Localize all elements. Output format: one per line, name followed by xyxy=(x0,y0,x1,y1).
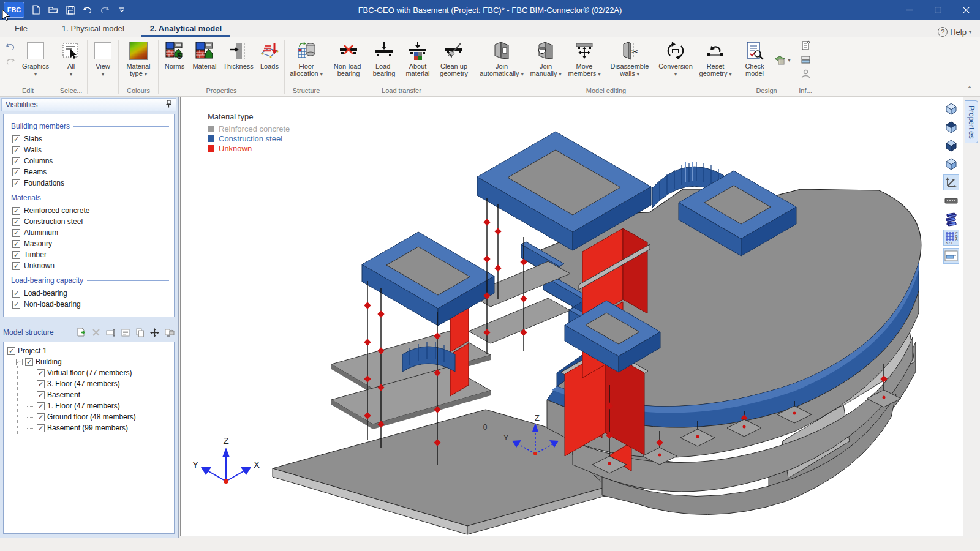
new-document-icon[interactable] xyxy=(31,4,42,15)
loads-button[interactable]: Loads xyxy=(257,39,282,72)
checkbox-checked: ✓ xyxy=(25,358,33,366)
material-type-button[interactable]: Material type ▾ xyxy=(121,39,156,80)
axis-x-label: X xyxy=(254,459,260,470)
axes-display-icon[interactable] xyxy=(943,174,959,190)
storeys-icon[interactable] xyxy=(943,211,959,227)
properties-tab-label: Properties xyxy=(967,105,976,139)
ruler-icon[interactable] xyxy=(943,193,959,209)
join-automatically-icon xyxy=(491,40,512,61)
view-button[interactable]: View▾ xyxy=(89,39,116,80)
open-folder-icon[interactable] xyxy=(48,4,59,15)
about-material-button[interactable]: About material xyxy=(401,39,434,79)
minimize-button[interactable] xyxy=(895,0,924,20)
conversion-icon xyxy=(665,40,686,61)
cube-solid-icon[interactable] xyxy=(943,156,959,172)
tree-item-basement-2[interactable]: ✓Basement (99 members) xyxy=(6,422,172,433)
checkbox-checked: ✓ xyxy=(12,240,20,248)
material-button[interactable]: Material xyxy=(189,39,220,72)
add-item-icon[interactable] xyxy=(76,328,86,337)
redo-small-icon[interactable] xyxy=(4,56,17,67)
undo-small-icon[interactable] xyxy=(4,41,17,52)
norms-button[interactable]: $ Norms xyxy=(160,39,189,72)
model-viewport[interactable]: Z Y X Z Y 0 Material type xyxy=(180,97,963,536)
layers-icon[interactable] xyxy=(799,54,812,65)
disassemble-walls-button[interactable]: ✂ Disassemble walls ▾ xyxy=(604,39,655,80)
join-automatically-button[interactable]: Join automatically ▾ xyxy=(477,39,526,80)
tab-analytical-model[interactable]: 2. Analytical model xyxy=(140,21,232,37)
visibility-non-load-bearing[interactable]: ✓Non-load-bearing xyxy=(12,299,169,310)
visibility-reinforced-concrete[interactable]: ✓Reinforced concrete xyxy=(12,205,169,216)
grid-axes-icon[interactable]: CBA3 2 1 xyxy=(943,230,959,246)
visibility-load-bearing[interactable]: ✓Load-bearing xyxy=(12,288,169,299)
maximize-button[interactable] xyxy=(924,0,952,20)
tab-physical-model[interactable]: 1. Physical model xyxy=(52,21,134,37)
protocol-icon[interactable] xyxy=(799,40,812,51)
tab-file[interactable]: File xyxy=(5,21,37,37)
visibility-unknown[interactable]: ✓Unknown xyxy=(12,260,169,271)
visibility-aluminium[interactable]: ✓Aluminium xyxy=(12,227,169,238)
note-icon[interactable] xyxy=(120,328,130,337)
close-button[interactable] xyxy=(952,0,980,20)
checkbox-checked: ✓ xyxy=(37,380,45,388)
visibility-beams[interactable]: ✓Beams xyxy=(12,167,169,178)
tree-item-building[interactable]: − ✓Building xyxy=(6,356,172,367)
non-load-bearing-icon xyxy=(338,40,359,61)
left-dock: Visibilities Building members ✓Slabs ✓Wa… xyxy=(0,97,179,538)
properties-panel-tab[interactable]: Properties xyxy=(965,100,978,143)
tree-item-floor-1[interactable]: ✓1. Floor (47 members) xyxy=(6,400,172,411)
visibility-foundations[interactable]: ✓Foundations xyxy=(12,178,169,189)
visibility-slabs[interactable]: ✓Slabs xyxy=(12,133,169,144)
visibility-columns[interactable]: ✓Columns xyxy=(12,156,169,167)
move-members-button[interactable]: Move members ▾ xyxy=(565,39,603,80)
cube-wireframe-icon[interactable] xyxy=(943,101,959,117)
load-bearing-button[interactable]: Load-bearing xyxy=(368,39,401,79)
norms-icon: $ xyxy=(164,40,185,61)
customize-caret-icon[interactable] xyxy=(116,4,127,15)
non-load-bearing-button[interactable]: Non-load-bearing xyxy=(330,39,367,79)
pin-icon[interactable] xyxy=(165,100,172,110)
visibility-walls[interactable]: ✓Walls xyxy=(12,144,169,156)
tree-item-ground-floor[interactable]: ✓Ground floor (48 members) xyxy=(6,411,172,422)
transfer-icon[interactable] xyxy=(164,328,175,337)
join-manually-button[interactable]: Join manually ▾ xyxy=(527,39,565,80)
help-menu[interactable]: ? Help ▾ xyxy=(938,27,980,37)
visibility-masonry[interactable]: ✓Masonry xyxy=(12,238,169,249)
group-label-edit: Edit xyxy=(1,86,55,96)
visibility-timber[interactable]: ✓Timber xyxy=(12,249,169,260)
move-icon[interactable] xyxy=(149,328,160,337)
select-all-button[interactable]: All▾ xyxy=(57,39,85,80)
redo-icon[interactable] xyxy=(99,4,110,15)
menu-tab-bar: File 1. Physical model 2. Analytical mod… xyxy=(0,20,980,37)
save-icon[interactable] xyxy=(65,4,76,15)
tree-item-basement-1[interactable]: ✓Basement xyxy=(6,389,172,400)
check-model-button[interactable]: Check model xyxy=(739,39,770,79)
cube-shaded-icon[interactable] xyxy=(943,138,959,154)
graphics-button[interactable]: Graphics▾ xyxy=(18,39,53,80)
user-icon[interactable] xyxy=(799,68,812,79)
rename-icon[interactable] xyxy=(105,328,116,337)
checkbox-checked: ✓ xyxy=(12,146,20,154)
floor-allocation-button[interactable]: Floor allocation ▾ xyxy=(287,39,326,80)
conversion-button[interactable]: Conversion▾ xyxy=(656,39,695,80)
visibilities-panel-header[interactable]: Visibilities xyxy=(1,98,176,111)
visibility-construction-steel[interactable]: ✓Construction steel xyxy=(12,216,169,227)
reset-geometry-button[interactable]: Reset geometry ▾ xyxy=(696,39,735,80)
right-gutter xyxy=(963,97,980,538)
join-manually-icon xyxy=(535,40,556,61)
tree-item-virtual-floor[interactable]: ✓Virtual floor (77 members) xyxy=(6,367,172,378)
tree-item-floor-3[interactable]: ✓3. Floor (47 members) xyxy=(6,378,172,389)
axis-z-label: Z xyxy=(223,435,228,446)
tree-item-project[interactable]: ✓Project 1 xyxy=(6,345,172,356)
design-export-icon[interactable]: ▾ xyxy=(772,54,793,66)
section-view-icon[interactable] xyxy=(943,248,959,264)
status-bar xyxy=(0,538,980,551)
thickness-button[interactable]: Thickness xyxy=(221,39,256,72)
cube-hidden-line-icon[interactable] xyxy=(943,119,959,135)
legend-swatch xyxy=(208,145,214,152)
ribbon-group-colours: Material type ▾ Colours xyxy=(119,37,158,96)
clean-up-geometry-button[interactable]: Clean up geometry xyxy=(435,39,473,79)
delete-icon[interactable] xyxy=(91,328,101,337)
copy-icon[interactable] xyxy=(135,328,145,337)
collapse-ribbon-icon[interactable]: ⌃ xyxy=(967,85,973,94)
undo-icon[interactable] xyxy=(82,4,93,15)
